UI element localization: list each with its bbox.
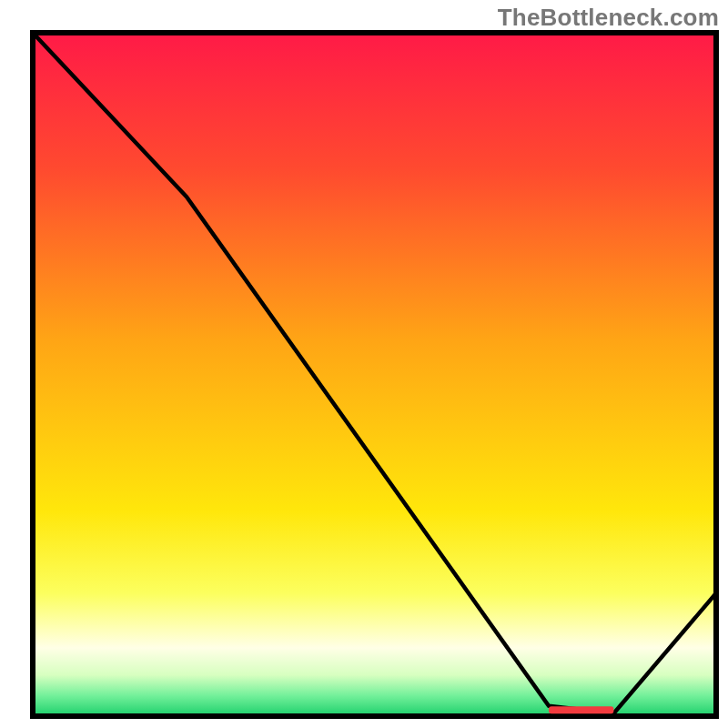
optimal-range-marker (549, 706, 613, 713)
chart-container: TheBottleneck.com (0, 0, 728, 728)
plot-background (33, 33, 716, 716)
watermark-text: TheBottleneck.com (498, 4, 719, 32)
bottleneck-chart (0, 0, 728, 728)
